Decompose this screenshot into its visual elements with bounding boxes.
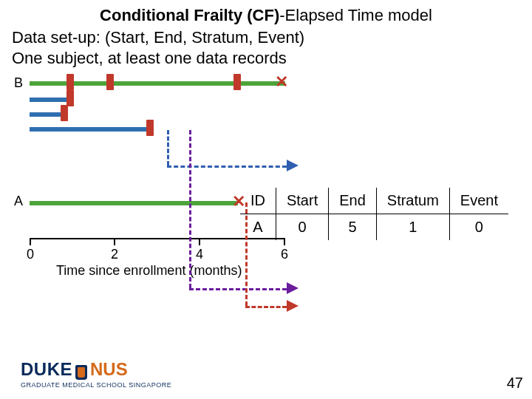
- slide-title: Conditional Frailty (CF)-Elapsed Time mo…: [30, 6, 502, 25]
- col-id: ID: [240, 188, 276, 214]
- x-tick: [199, 238, 200, 245]
- event-marker-icon: [106, 74, 114, 90]
- cell-event: 0: [449, 214, 508, 241]
- event-marker-icon: [233, 74, 241, 90]
- data-table: ID Start End Stratum Event A 0 5 1 0: [240, 188, 508, 240]
- arrow-right-icon: [287, 300, 299, 312]
- content-stage: B ✕ A ✕ 0 2 4 6 Time since enrollment (m…: [12, 72, 520, 309]
- col-start: Start: [276, 188, 328, 214]
- track-A-green: [30, 201, 238, 205]
- event-marker-icon: [61, 105, 68, 121]
- connector-line: [245, 306, 287, 308]
- cell-end: 5: [329, 214, 377, 241]
- censor-x-icon: ✕: [275, 72, 288, 92]
- event-marker-icon: [146, 120, 154, 136]
- connector-line: [167, 130, 169, 166]
- x-tick: [30, 238, 31, 245]
- logo: DUKE NUS GRADUATE MEDICAL SCHOOL SINGAPO…: [21, 359, 171, 389]
- subtitle-line-2: One subject, at least one data records: [12, 49, 520, 68]
- x-tick-label: 4: [196, 247, 203, 262]
- subtitle-line-1: Data set-up: (Start, End, Stratum, Event…: [12, 28, 520, 47]
- logo-top: DUKE NUS: [21, 359, 171, 380]
- cell-id: A: [240, 214, 276, 241]
- table-header-row: ID Start End Stratum Event: [240, 188, 508, 214]
- title-bold: Conditional Frailty (CF): [100, 6, 279, 24]
- x-tick: [114, 238, 115, 245]
- col-event: Event: [449, 188, 508, 214]
- x-tick-label: 2: [111, 247, 118, 262]
- logo-subtitle: GRADUATE MEDICAL SCHOOL SINGAPORE: [21, 381, 171, 389]
- cell-stratum: 1: [376, 214, 449, 241]
- page-number: 47: [507, 375, 523, 392]
- connector-line: [167, 166, 287, 168]
- track-blue-3: [30, 127, 154, 132]
- y-label-B: B: [12, 75, 25, 91]
- connector-line: [189, 130, 191, 288]
- connector-line: [189, 288, 287, 290]
- arrow-right-icon: [287, 160, 299, 171]
- table-row: A 0 5 1 0: [240, 214, 508, 241]
- logo-duke-text: DUKE: [21, 359, 72, 380]
- y-label-A: A: [12, 194, 25, 209]
- shield-icon: [75, 365, 87, 380]
- x-tick-label: 0: [27, 247, 34, 262]
- x-tick-label: 6: [281, 247, 288, 262]
- col-stratum: Stratum: [376, 188, 449, 214]
- arrow-right-icon: [287, 282, 299, 294]
- title-rest: -Elapsed Time model: [279, 6, 432, 24]
- col-end: End: [329, 188, 377, 214]
- event-marker-icon: [66, 90, 74, 106]
- logo-nus-text: NUS: [90, 359, 128, 380]
- x-axis-label: Time since enrollment (months): [56, 263, 242, 279]
- cell-start: 0: [276, 214, 328, 241]
- event-marker-icon: [66, 74, 74, 90]
